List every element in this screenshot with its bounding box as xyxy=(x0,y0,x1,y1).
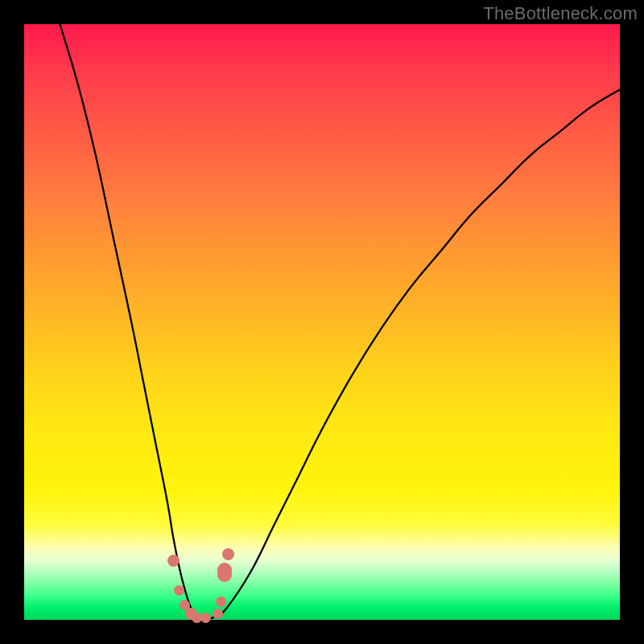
curve-marker xyxy=(216,597,226,607)
curve-marker xyxy=(174,585,184,596)
curve-marker xyxy=(222,548,234,560)
curve-marker xyxy=(200,613,211,623)
curve-marker xyxy=(213,609,223,619)
curve-marker xyxy=(167,555,180,567)
plot-area xyxy=(24,24,620,620)
watermark-text: TheBottleneck.com xyxy=(483,3,638,24)
bottleneck-curve xyxy=(24,24,620,620)
chart-stage: TheBottleneck.com xyxy=(0,0,644,644)
curve-marker xyxy=(217,563,232,582)
